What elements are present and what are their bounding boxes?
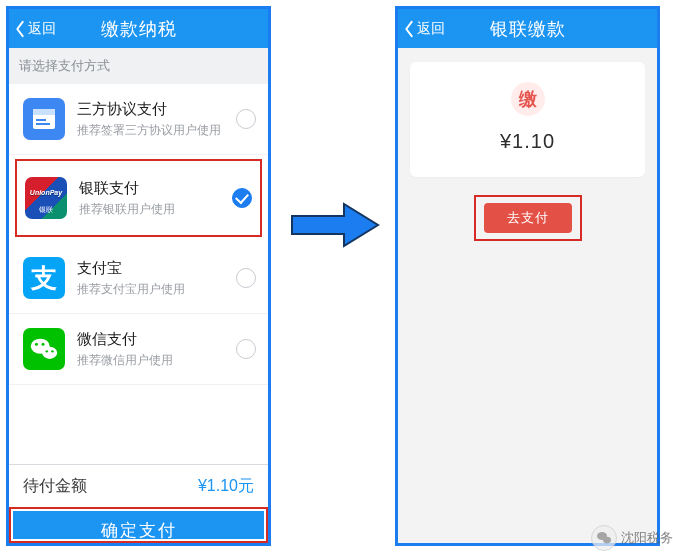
svg-point-9: [51, 350, 53, 352]
pay-button[interactable]: 去支付: [484, 203, 572, 233]
radio-unchecked[interactable]: [236, 268, 256, 288]
option-sub: 推荐支付宝用户使用: [77, 281, 236, 298]
amount-value: ¥1.10元: [198, 476, 254, 497]
svg-point-6: [42, 343, 45, 346]
option-text: 银联支付 推荐银联用户使用: [79, 179, 232, 218]
option-wechat[interactable]: 微信支付 推荐微信用户使用: [9, 314, 268, 385]
option-text: 微信支付 推荐微信用户使用: [77, 330, 236, 369]
option-name: 银联支付: [79, 179, 232, 198]
phone-unionpay-pay: 返回 银联缴款 缴 ¥1.10 去支付: [395, 6, 660, 546]
amount-row: 待付金额 ¥1.10元: [9, 464, 268, 507]
chevron-left-icon: [402, 20, 416, 38]
svg-rect-1: [33, 109, 55, 115]
thirdparty-icon: [23, 98, 65, 140]
unionpay-icon: UnionPay 银联: [25, 177, 67, 219]
option-name: 三方协议支付: [77, 100, 236, 119]
watermark-text: 沈阳税务: [621, 529, 673, 547]
radio-unchecked[interactable]: [236, 109, 256, 129]
option-sub: 推荐微信用户使用: [77, 352, 236, 369]
svg-point-8: [46, 350, 48, 352]
stamp-icon: 缴: [511, 82, 545, 116]
confirm-button[interactable]: 确定支付: [13, 511, 264, 539]
price: ¥1.10: [500, 130, 555, 153]
option-alipay[interactable]: 支 支付宝 推荐支付宝用户使用: [9, 243, 268, 314]
radio-unchecked[interactable]: [236, 339, 256, 359]
body: 缴 ¥1.10 去支付: [398, 48, 657, 543]
back-label: 返回: [417, 20, 445, 38]
back-button[interactable]: 返回: [402, 9, 445, 48]
amount-card: 缴 ¥1.10: [410, 62, 645, 177]
navbar: 返回 银联缴款: [398, 9, 657, 48]
option-thirdparty[interactable]: 三方协议支付 推荐签署三方协议用户使用: [9, 84, 268, 155]
confirm-highlight: 确定支付: [9, 507, 268, 543]
option-text: 支付宝 推荐支付宝用户使用: [77, 259, 236, 298]
svg-rect-3: [36, 123, 50, 125]
payment-options: 三方协议支付 推荐签署三方协议用户使用 UnionPay 银联 银联支付 推荐银…: [9, 84, 268, 385]
option-unionpay[interactable]: UnionPay 银联 银联支付 推荐银联用户使用: [15, 159, 262, 237]
svg-rect-2: [36, 119, 46, 121]
pay-highlight: 去支付: [474, 195, 582, 241]
chevron-left-icon: [13, 20, 27, 38]
option-name: 微信支付: [77, 330, 236, 349]
svg-point-7: [42, 347, 57, 359]
option-name: 支付宝: [77, 259, 236, 278]
svg-point-11: [603, 537, 611, 544]
alipay-icon: 支: [23, 257, 65, 299]
phone-select-payment: 返回 缴款纳税 请选择支付方式 三方协议支付 推荐签署三方协议用户使用 Unio…: [6, 6, 271, 546]
section-label: 请选择支付方式: [9, 48, 268, 84]
wechat-icon: [23, 328, 65, 370]
radio-checked[interactable]: [232, 188, 252, 208]
arrow-icon: [290, 200, 380, 250]
back-button[interactable]: 返回: [13, 9, 56, 48]
option-sub: 推荐银联用户使用: [79, 201, 232, 218]
svg-point-5: [35, 343, 38, 346]
option-text: 三方协议支付 推荐签署三方协议用户使用: [77, 100, 236, 139]
amount-label: 待付金额: [23, 476, 87, 497]
navbar: 返回 缴款纳税: [9, 9, 268, 48]
watermark: 沈阳税务: [591, 525, 673, 551]
option-sub: 推荐签署三方协议用户使用: [77, 122, 236, 139]
back-label: 返回: [28, 20, 56, 38]
wechat-account-icon: [591, 525, 617, 551]
